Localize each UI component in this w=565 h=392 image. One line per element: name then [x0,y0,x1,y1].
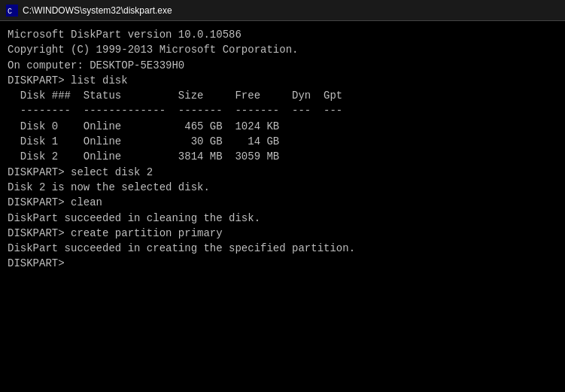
title-bar: C C:\WINDOWS\system32\diskpart.exe [0,0,565,21]
console-line: DISKPART> clean [8,195,557,210]
console-line: DISKPART> list disk [8,73,557,88]
svg-text:C: C [8,8,12,16]
console-line: -------- ------------- ------- ------- -… [8,103,557,118]
console-output[interactable]: Microsoft DiskPart version 10.0.10586Cop… [0,21,565,392]
console-line: Disk 0 Online 465 GB 1024 KB [8,119,557,134]
console-line: Microsoft DiskPart version 10.0.10586 [8,27,557,42]
console-line: DISKPART> create partition primary [8,226,557,241]
console-line: Copyright (C) 1999-2013 Microsoft Corpor… [8,42,557,57]
console-line: Disk 2 is now the selected disk. [8,180,557,195]
console-line: DiskPart succeeded in cleaning the disk. [8,211,557,226]
title-bar-text: C:\WINDOWS\system32\diskpart.exe [23,5,172,16]
console-line: Disk ### Status Size Free Dyn Gpt [8,88,557,103]
console-line: DiskPart succeeded in creating the speci… [8,241,557,256]
console-line: DISKPART> [8,256,557,271]
console-line: DISKPART> select disk 2 [8,165,557,180]
console-line: Disk 2 Online 3814 MB 3059 MB [8,149,557,164]
console-line: On computer: DESKTOP-5E339H0 [8,58,557,73]
console-line: Disk 1 Online 30 GB 14 GB [8,134,557,149]
app-icon: C [6,5,18,17]
